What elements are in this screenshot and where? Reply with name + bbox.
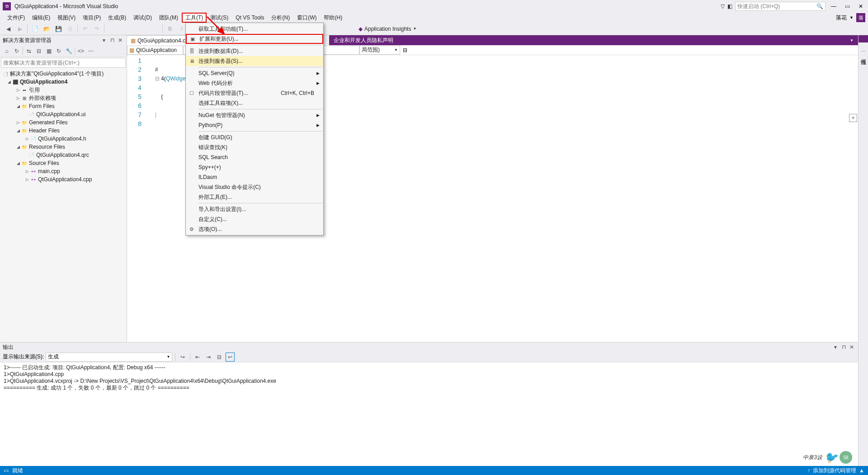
menu-view[interactable]: 视图(V)	[54, 13, 79, 23]
dd-connect-server[interactable]: 🖥连接到服务器(S)...	[186, 56, 323, 66]
clear-button[interactable]: ⊟	[215, 353, 224, 362]
tree-app-cpp[interactable]: ▷++QtGuiApplication4.cpp	[0, 175, 127, 183]
dd-external[interactable]: 外部工具(E)...	[186, 192, 323, 202]
properties-button[interactable]: 🔧	[64, 46, 74, 56]
undo-button[interactable]: ↶	[80, 24, 90, 34]
status-scm[interactable]: 添加到源代码管理	[813, 467, 856, 475]
more-button[interactable]: ⋯	[86, 46, 96, 56]
quick-launch-input[interactable]: 快速启动 (Ctrl+Q) 🔍	[735, 2, 826, 11]
dd-sql-server[interactable]: SQL Server(Q)▶	[186, 68, 323, 78]
app-insights-button[interactable]: ◆ Application Insights ▼	[356, 26, 419, 32]
tree-root[interactable]: 📑解决方案"QtGuiApplication4"(1 个项目)	[0, 70, 127, 78]
open-button[interactable]: 📂	[41, 24, 52, 34]
dd-create-guid[interactable]: 创建 GUID(G)	[186, 132, 323, 142]
server-explorer-tab[interactable]: 服务器资源管理器	[859, 35, 868, 42]
tree-references[interactable]: ▷▪▪引用	[0, 86, 127, 94]
nav-back-button[interactable]: ◀	[3, 24, 14, 34]
close-button[interactable]: ✕	[855, 2, 866, 11]
dd-web-analysis[interactable]: Web 代码分析▶	[186, 78, 323, 88]
collapse-button[interactable]: ⊟	[34, 46, 44, 56]
new-project-button[interactable]: 📄	[29, 24, 40, 34]
pin-icon[interactable]: ⊓	[840, 343, 847, 351]
dd-spy[interactable]: Spy++(+)	[186, 162, 323, 172]
sync-button[interactable]: ⇆	[24, 46, 34, 56]
properties-tab[interactable]: 属性	[859, 52, 868, 59]
solution-search-input[interactable]: 搜索解决方案资源管理器(Ctrl+;)	[1, 58, 126, 68]
nav-member-combo[interactable]: 局范围)▼	[359, 46, 400, 55]
chevron-up-icon[interactable]: ▲	[859, 467, 864, 474]
dd-import-export[interactable]: 导入和导出设置(I)...	[186, 204, 323, 214]
goto-button[interactable]: ↪	[178, 353, 187, 362]
nav-scope-combo[interactable]: ▦QtGuiApplication	[127, 46, 183, 55]
tree-form-ui[interactable]: 📄QtGuiApplication4.ui	[0, 110, 127, 118]
menu-debug[interactable]: 调试(D)	[130, 13, 156, 23]
menu-test[interactable]: 测试(S)	[207, 13, 232, 23]
prev-button[interactable]: ⇤	[193, 353, 202, 362]
show-all-button[interactable]: ▦	[44, 46, 54, 56]
output-source-combo[interactable]: 生成▼	[46, 353, 172, 362]
tree-main-cpp[interactable]: ▷++main.cpp	[0, 167, 127, 175]
output-text[interactable]: 1>------ 已启动生成: 项目: QtGuiApplication4, 配…	[0, 362, 858, 466]
save-all-button[interactable]: ⎙	[65, 24, 75, 34]
dropdown-icon[interactable]: ▾	[100, 37, 108, 44]
privacy-statement-tab[interactable]: 企业和开发人员隐私声明▼	[329, 35, 858, 45]
tree-source-files[interactable]: ◢📁Source Files	[0, 159, 127, 167]
tree-header-files[interactable]: ◢📁Header Files	[0, 127, 127, 135]
tree-form-files[interactable]: ◢📁Form Files	[0, 102, 127, 110]
dd-options[interactable]: ⚙选项(O)...	[186, 224, 323, 234]
flag-icon[interactable]: ▽	[721, 3, 725, 9]
view-code-button[interactable]: <>	[76, 46, 86, 56]
menu-window[interactable]: 窗口(W)	[293, 13, 320, 23]
restore-button[interactable]: ▭	[842, 2, 853, 11]
dd-snippet-mgr[interactable]: ☐代码片段管理器(T)...Ctrl+K, Ctrl+B	[186, 88, 323, 98]
nav-forward-button[interactable]: ▶	[14, 24, 25, 34]
user-avatar[interactable]: 落	[856, 13, 865, 22]
expand-button[interactable]: ↻	[12, 46, 22, 56]
tab-dropdown-icon[interactable]: ▼	[850, 38, 854, 42]
wrap-button[interactable]: ↩	[226, 353, 235, 362]
menu-analyze[interactable]: 分析(N)	[268, 13, 293, 23]
user-name[interactable]: 落花	[836, 14, 847, 22]
next-button[interactable]: ⇥	[204, 353, 213, 362]
doc-tab-active[interactable]: ▦QtGuiApplication4.c	[127, 35, 189, 45]
dd-sql-search[interactable]: SQL Search	[186, 152, 323, 162]
minimize-button[interactable]: —	[828, 2, 839, 11]
pin-icon[interactable]: ⊓	[108, 37, 116, 44]
dropdown-icon[interactable]: ▾	[832, 343, 839, 351]
split-icon[interactable]: ⊟	[401, 47, 409, 53]
dd-error-lookup[interactable]: 错误查找(K)	[186, 142, 323, 152]
tree-resource-qrc[interactable]: 📄QtGuiApplication4.qrc	[0, 151, 127, 159]
tree-resource-files[interactable]: ◢📁Resource Files	[0, 143, 127, 151]
bold-button[interactable]: B	[165, 24, 175, 34]
split-editor-button[interactable]: +	[849, 114, 857, 122]
tree-project[interactable]: ◢⬛QtGuiApplication4	[0, 78, 127, 86]
tree-external[interactable]: ▷⊞外部依赖项	[0, 94, 127, 102]
dd-customize[interactable]: 自定义(C)...	[186, 214, 323, 224]
close-icon[interactable]: ✕	[848, 343, 855, 351]
dd-choose-toolbox[interactable]: 选择工具箱项(X)...	[186, 98, 323, 108]
menu-team[interactable]: 团队(M)	[156, 13, 182, 23]
publish-icon[interactable]: ↑	[807, 467, 810, 474]
dd-ildasm[interactable]: ILDasm	[186, 172, 323, 182]
dd-nuget[interactable]: NuGet 包管理器(N)▶	[186, 110, 323, 120]
menu-qtvs[interactable]: Qt VS Tools	[232, 13, 268, 23]
menu-tools[interactable]: 工具(T)	[182, 13, 207, 23]
dd-extensions[interactable]: ▣扩展和更新(U)...	[186, 34, 323, 44]
chevron-down-icon[interactable]: ▼	[849, 15, 854, 20]
dd-vs-cmd[interactable]: Visual Studio 命令提示(C)	[186, 182, 323, 192]
close-icon[interactable]: ✕	[117, 37, 124, 44]
save-button[interactable]: 💾	[53, 24, 64, 34]
menu-help[interactable]: 帮助(H)	[320, 13, 346, 23]
dd-connect-db[interactable]: 🗄连接到数据库(D)...	[186, 46, 323, 56]
menu-file[interactable]: 文件(F)	[4, 13, 28, 23]
redo-button[interactable]: ↷	[91, 24, 102, 34]
dd-get-tools[interactable]: 获取工具和功能(T)...	[186, 24, 323, 34]
menu-edit[interactable]: 编辑(E)	[28, 13, 54, 23]
dd-python[interactable]: Python(P)▶	[186, 120, 323, 130]
notification-icon[interactable]: ◧	[727, 3, 732, 9]
tree-gen-files[interactable]: ▷📁Generated Files	[0, 118, 127, 127]
home-button[interactable]: ⌂	[2, 46, 12, 56]
refresh-button[interactable]: ↻	[54, 46, 64, 56]
menu-build[interactable]: 生成(B)	[104, 13, 130, 23]
tree-header-h[interactable]: ▷📄QtGuiApplication4.h	[0, 135, 127, 143]
